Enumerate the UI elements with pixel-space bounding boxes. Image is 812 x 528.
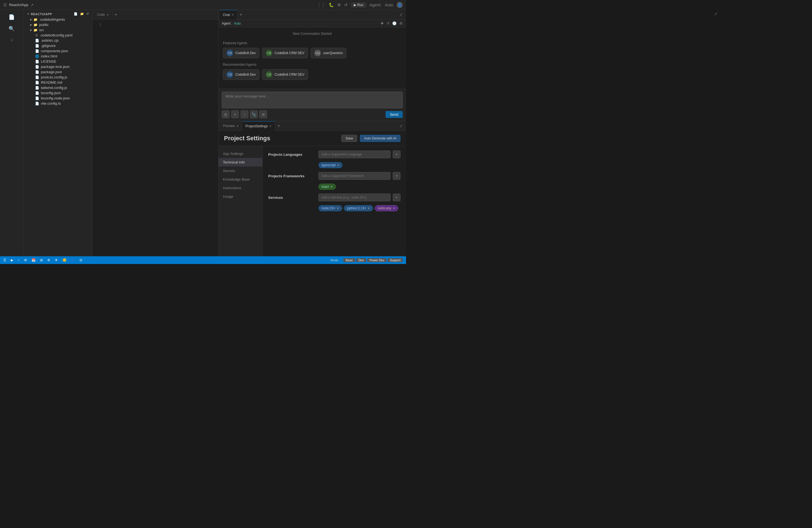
file-explorer-header: ▼ ReactUiApp 📄 📁 ↺ xyxy=(24,11,92,17)
tree-item-gitignore[interactable]: 📄 .gitignore xyxy=(24,43,92,48)
tree-item-license[interactable]: 📄 LICENSE xyxy=(24,59,92,64)
explorer-folder-icon[interactable]: 📁 xyxy=(80,12,84,16)
featured-agent-1-avatar: CB xyxy=(266,50,272,56)
sidebar-git-icon[interactable]: ⑂ xyxy=(6,35,17,45)
status-branch-icon[interactable]: ⑂ xyxy=(18,258,19,262)
tree-item-readme[interactable]: 📄 README.md xyxy=(24,80,92,85)
chat-expand-icon[interactable]: ⤢ xyxy=(397,12,405,17)
tag-node-close[interactable]: ✕ xyxy=(337,207,339,210)
languages-add-btn[interactable]: + xyxy=(393,150,401,158)
run-button[interactable]: ▶ Run xyxy=(351,2,366,8)
tree-item-componentsjson[interactable]: 📄 components.json xyxy=(24,48,92,54)
bug-icon[interactable]: 🐛 xyxy=(329,2,334,8)
services-add-btn[interactable]: + xyxy=(393,194,401,201)
tree-item-package-lock[interactable]: 📄 package-lock.json xyxy=(24,64,92,69)
preview-tab-close[interactable]: ✕ xyxy=(236,124,238,128)
preview-tab[interactable]: Preview ✕ xyxy=(220,121,242,131)
status-bar-left: ☰ ▶ ⑂ ⚙ 📅 ⊞ ⚙ 👁 😊 👤 ⊟ xyxy=(3,258,82,262)
status-person-icon[interactable]: 👤 xyxy=(71,258,75,262)
frameworks-input[interactable] xyxy=(318,172,391,180)
slash-btn[interactable]: / xyxy=(241,111,248,118)
sidebar-search-icon[interactable]: 🔍 xyxy=(6,24,17,34)
tree-item-codeboltconfig[interactable]: ⚙ .codeboltconfig.yaml xyxy=(24,33,92,38)
status-cog-icon[interactable]: ⚙ xyxy=(47,258,50,262)
chat-tab-add[interactable]: + xyxy=(237,12,244,17)
frameworks-add-btn[interactable]: + xyxy=(393,172,401,180)
status-play-icon[interactable]: ▶ xyxy=(11,258,13,262)
user-avatar[interactable]: 👤 xyxy=(396,2,403,8)
tree-item-codebolt-agents[interactable]: ▶📁 .codeboltAgents xyxy=(24,17,92,22)
refresh-icon[interactable]: ↺ xyxy=(344,2,348,8)
sidebar-toggle-icon[interactable]: ☰ xyxy=(3,3,7,7)
explorer-file-icon[interactable]: 📄 xyxy=(74,12,78,16)
tree-item-vite-config[interactable]: 📄 vite.config.ts xyxy=(24,101,92,106)
explorer-refresh-icon[interactable]: ↺ xyxy=(86,12,89,16)
tree-item-tailwind[interactable]: 📄 tailwind.config.js xyxy=(24,85,92,90)
recommended-agent-1[interactable]: CB CodeBolt CRM DEV xyxy=(262,69,308,80)
tree-item-packagejson[interactable]: 📄 package.json xyxy=(24,69,92,75)
settings-nav-secrets[interactable]: Secrets xyxy=(218,166,262,175)
mode-powerdev[interactable]: Power Dev xyxy=(367,258,387,262)
settings-nav-app-settings[interactable]: App Settings xyxy=(218,149,262,158)
mode-dev[interactable]: Dev xyxy=(356,258,366,262)
add-conv-icon[interactable]: ✚ xyxy=(381,21,383,25)
tree-item-tsconfig-node[interactable]: 📄 tsconfig.node.json xyxy=(24,96,92,101)
featured-agent-1[interactable]: CB CodeBolt CRM DEV xyxy=(262,48,308,58)
save-button[interactable]: Save xyxy=(342,135,357,142)
sidebar-files-icon[interactable]: 📄 xyxy=(6,12,17,22)
settings-nav-usage[interactable]: Usage xyxy=(218,192,262,201)
screen-btn[interactable]: ⊞ xyxy=(259,111,267,118)
chat-settings-icon[interactable]: ⚙ xyxy=(400,21,403,25)
tag-react-close[interactable]: ✕ xyxy=(330,185,333,189)
languages-input[interactable] xyxy=(318,150,391,158)
tree-item-eslintrc[interactable]: 📄 .eslintrc.cjs xyxy=(24,38,92,43)
mode-basic[interactable]: Basic xyxy=(343,258,355,262)
settings-nav-knowledge-base[interactable]: Knowledge Base xyxy=(218,175,262,184)
status-layout-icon[interactable]: ⊟ xyxy=(79,258,82,262)
attach-btn[interactable]: 📎 xyxy=(250,111,258,118)
settings-nav-instructions[interactable]: Instructions xyxy=(218,184,262,192)
mode-support[interactable]: Support xyxy=(388,258,403,262)
tree-item-postcss[interactable]: 📄 postcss.config.js xyxy=(24,75,92,80)
settings-icon[interactable]: ⚙ xyxy=(337,2,341,8)
project-settings-tab[interactable]: ProjectSettings ✕ xyxy=(242,121,275,131)
line-numbers: 1 xyxy=(92,22,104,28)
status-settings-icon[interactable]: ⚙ xyxy=(24,258,27,262)
history-icon[interactable]: 🕐 xyxy=(392,21,396,25)
chat-input-box[interactable]: Write your message here... xyxy=(222,92,403,108)
external-link-icon[interactable]: ↗ xyxy=(30,3,34,7)
settings-expand-icon[interactable]: ⤢ xyxy=(397,124,405,128)
featured-agent-2[interactable]: UQ userQuestion xyxy=(311,48,346,58)
tag-redis-close[interactable]: ✕ xyxy=(393,207,395,210)
editor-tab-code[interactable]: Code ✕ xyxy=(93,10,112,19)
split-icon[interactable]: ⋮⋮ xyxy=(317,2,325,8)
tag-python-close[interactable]: ✕ xyxy=(367,207,370,210)
chat-tab[interactable]: Chat ✕ xyxy=(220,10,237,19)
settings-nav-technical-info[interactable]: Technical Info xyxy=(218,158,262,166)
tag-typescript-close[interactable]: ✕ xyxy=(337,163,339,167)
project-settings-tab-close[interactable]: ✕ xyxy=(269,124,272,128)
reset-icon[interactable]: ↺ xyxy=(387,21,389,25)
explorer-collapse-icon[interactable]: ▼ xyxy=(27,12,30,15)
send-button[interactable]: Send xyxy=(386,111,403,118)
editor-tab-add[interactable]: + xyxy=(112,12,119,17)
tree-item-indexhtml[interactable]: 🌐 index.html xyxy=(24,54,92,59)
status-calendar-icon[interactable]: 📅 xyxy=(31,258,35,262)
code-tab-close[interactable]: ✕ xyxy=(106,13,109,16)
chat-tab-close[interactable]: ✕ xyxy=(231,13,234,16)
featured-agent-0[interactable]: CB CodeBolt Dev xyxy=(223,48,259,58)
tree-item-src[interactable]: ▶📁 src xyxy=(24,27,92,33)
tree-item-tsconfig[interactable]: 📄 tsconfig.json xyxy=(24,90,92,96)
status-emoji-icon[interactable]: 😊 xyxy=(62,258,67,262)
status-menu-icon[interactable]: ☰ xyxy=(3,258,6,262)
auto-generate-button[interactable]: Auto Generate with AI xyxy=(360,135,401,142)
status-eye-icon[interactable]: 👁 xyxy=(55,258,58,262)
hash-btn[interactable]: # xyxy=(231,111,239,118)
settings-nav: App Settings Technical Info Secrets Know… xyxy=(218,146,263,256)
status-grid-icon[interactable]: ⊞ xyxy=(40,258,43,262)
settings-tab-add[interactable]: + xyxy=(275,123,282,128)
services-input[interactable] xyxy=(318,194,391,201)
recommended-agent-0[interactable]: CB CodeBolt Dev xyxy=(223,69,259,80)
mention-btn[interactable]: @ xyxy=(222,111,230,118)
tree-item-public[interactable]: ▶📁 public xyxy=(24,22,92,27)
